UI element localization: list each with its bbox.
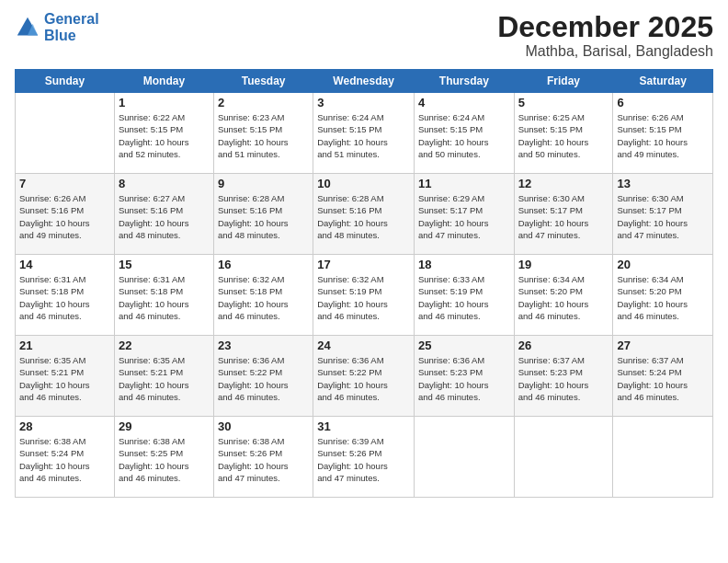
- calendar-cell: 20Sunrise: 6:34 AM Sunset: 5:20 PM Dayli…: [613, 255, 713, 336]
- day-info: Sunrise: 6:36 AM Sunset: 5:23 PM Dayligh…: [418, 354, 510, 403]
- calendar-table: SundayMondayTuesdayWednesdayThursdayFrid…: [15, 69, 713, 498]
- day-number: 20: [617, 258, 709, 271]
- day-info: Sunrise: 6:25 AM Sunset: 5:15 PM Dayligh…: [518, 111, 609, 160]
- calendar-cell: 11Sunrise: 6:29 AM Sunset: 5:17 PM Dayli…: [414, 174, 514, 255]
- weekday-header-tuesday: Tuesday: [213, 70, 313, 93]
- weekday-header-thursday: Thursday: [414, 70, 514, 93]
- calendar-cell: 15Sunrise: 6:31 AM Sunset: 5:18 PM Dayli…: [114, 255, 213, 336]
- day-number: 4: [418, 96, 510, 109]
- calendar-cell: 9Sunrise: 6:28 AM Sunset: 5:16 PM Daylig…: [213, 174, 313, 255]
- day-info: Sunrise: 6:23 AM Sunset: 5:15 PM Dayligh…: [218, 111, 309, 160]
- day-info: Sunrise: 6:34 AM Sunset: 5:20 PM Dayligh…: [617, 273, 709, 322]
- day-info: Sunrise: 6:35 AM Sunset: 5:21 PM Dayligh…: [19, 354, 110, 403]
- calendar-cell: 3Sunrise: 6:24 AM Sunset: 5:15 PM Daylig…: [313, 93, 415, 174]
- day-info: Sunrise: 6:32 AM Sunset: 5:19 PM Dayligh…: [317, 273, 410, 322]
- calendar-week-row: 1Sunrise: 6:22 AM Sunset: 5:15 PM Daylig…: [16, 93, 713, 174]
- day-number: 22: [119, 339, 210, 352]
- day-info: Sunrise: 6:31 AM Sunset: 5:18 PM Dayligh…: [19, 273, 110, 322]
- calendar-cell: 13Sunrise: 6:30 AM Sunset: 5:17 PM Dayli…: [613, 174, 713, 255]
- calendar-cell: 1Sunrise: 6:22 AM Sunset: 5:15 PM Daylig…: [114, 93, 213, 174]
- day-info: Sunrise: 6:37 AM Sunset: 5:24 PM Dayligh…: [617, 354, 709, 403]
- title-block: December 2025 Mathba, Barisal, Banglades…: [497, 11, 713, 60]
- day-info: Sunrise: 6:34 AM Sunset: 5:20 PM Dayligh…: [518, 273, 609, 322]
- calendar-cell: 31Sunrise: 6:39 AM Sunset: 5:26 PM Dayli…: [313, 417, 415, 498]
- calendar-cell: 25Sunrise: 6:36 AM Sunset: 5:23 PM Dayli…: [414, 336, 514, 417]
- day-number: 11: [418, 177, 510, 190]
- day-info: Sunrise: 6:28 AM Sunset: 5:16 PM Dayligh…: [317, 192, 410, 241]
- day-info: Sunrise: 6:26 AM Sunset: 5:16 PM Dayligh…: [19, 192, 110, 241]
- day-number: 21: [19, 339, 110, 352]
- day-number: 6: [617, 96, 709, 109]
- day-number: 30: [218, 419, 309, 433]
- day-number: 25: [418, 339, 510, 352]
- day-number: 19: [518, 258, 609, 271]
- calendar-cell: 4Sunrise: 6:24 AM Sunset: 5:15 PM Daylig…: [414, 93, 514, 174]
- logo-text-line2: Blue: [44, 28, 99, 44]
- day-number: 14: [19, 258, 110, 271]
- calendar-cell: 19Sunrise: 6:34 AM Sunset: 5:20 PM Dayli…: [514, 255, 613, 336]
- calendar-cell: 6Sunrise: 6:26 AM Sunset: 5:15 PM Daylig…: [613, 93, 713, 174]
- calendar-cell: 30Sunrise: 6:38 AM Sunset: 5:26 PM Dayli…: [213, 417, 313, 498]
- day-info: Sunrise: 6:29 AM Sunset: 5:17 PM Dayligh…: [418, 192, 510, 241]
- day-number: 13: [617, 177, 709, 190]
- calendar-week-row: 28Sunrise: 6:38 AM Sunset: 5:24 PM Dayli…: [16, 417, 713, 498]
- page-header: General Blue December 2025 Mathba, Baris…: [15, 11, 713, 60]
- day-info: Sunrise: 6:38 AM Sunset: 5:26 PM Dayligh…: [218, 435, 309, 484]
- calendar-cell: [16, 93, 115, 174]
- day-info: Sunrise: 6:33 AM Sunset: 5:19 PM Dayligh…: [418, 273, 510, 322]
- day-number: 31: [317, 419, 410, 433]
- weekday-header-wednesday: Wednesday: [313, 70, 415, 93]
- day-info: Sunrise: 6:30 AM Sunset: 5:17 PM Dayligh…: [617, 192, 709, 241]
- day-number: 9: [218, 177, 309, 190]
- weekday-header-row: SundayMondayTuesdayWednesdayThursdayFrid…: [16, 70, 713, 93]
- day-info: Sunrise: 6:30 AM Sunset: 5:17 PM Dayligh…: [518, 192, 609, 241]
- day-number: 18: [418, 258, 510, 271]
- day-number: 26: [518, 339, 609, 352]
- calendar-cell: 12Sunrise: 6:30 AM Sunset: 5:17 PM Dayli…: [514, 174, 613, 255]
- calendar-cell: 27Sunrise: 6:37 AM Sunset: 5:24 PM Dayli…: [613, 336, 713, 417]
- day-number: 7: [19, 177, 110, 190]
- calendar-cell: 10Sunrise: 6:28 AM Sunset: 5:16 PM Dayli…: [313, 174, 415, 255]
- calendar-week-row: 21Sunrise: 6:35 AM Sunset: 5:21 PM Dayli…: [16, 336, 713, 417]
- day-info: Sunrise: 6:36 AM Sunset: 5:22 PM Dayligh…: [317, 354, 410, 403]
- day-info: Sunrise: 6:37 AM Sunset: 5:23 PM Dayligh…: [518, 354, 609, 403]
- day-number: 24: [317, 339, 410, 352]
- day-number: 5: [518, 96, 609, 109]
- calendar-cell: 17Sunrise: 6:32 AM Sunset: 5:19 PM Dayli…: [313, 255, 415, 336]
- calendar-cell: 8Sunrise: 6:27 AM Sunset: 5:16 PM Daylig…: [114, 174, 213, 255]
- day-number: 3: [317, 96, 410, 109]
- day-info: Sunrise: 6:35 AM Sunset: 5:21 PM Dayligh…: [119, 354, 210, 403]
- calendar-cell: [514, 417, 613, 498]
- weekday-header-monday: Monday: [114, 70, 213, 93]
- calendar-week-row: 14Sunrise: 6:31 AM Sunset: 5:18 PM Dayli…: [16, 255, 713, 336]
- day-number: 1: [119, 96, 210, 109]
- day-info: Sunrise: 6:28 AM Sunset: 5:16 PM Dayligh…: [218, 192, 309, 241]
- day-info: Sunrise: 6:27 AM Sunset: 5:16 PM Dayligh…: [119, 192, 210, 241]
- location-subtitle: Mathba, Barisal, Bangladesh: [497, 43, 713, 60]
- weekday-header-saturday: Saturday: [613, 70, 713, 93]
- calendar-cell: 2Sunrise: 6:23 AM Sunset: 5:15 PM Daylig…: [213, 93, 313, 174]
- day-number: 8: [119, 177, 210, 190]
- day-number: 16: [218, 258, 309, 271]
- day-info: Sunrise: 6:38 AM Sunset: 5:24 PM Dayligh…: [19, 435, 110, 484]
- day-number: 2: [218, 96, 309, 109]
- calendar-cell: 28Sunrise: 6:38 AM Sunset: 5:24 PM Dayli…: [16, 417, 115, 498]
- day-number: 27: [617, 339, 709, 352]
- calendar-cell: [613, 417, 713, 498]
- calendar-cell: [414, 417, 514, 498]
- logo-icon: [15, 15, 40, 40]
- weekday-header-sunday: Sunday: [16, 70, 115, 93]
- weekday-header-friday: Friday: [514, 70, 613, 93]
- day-info: Sunrise: 6:31 AM Sunset: 5:18 PM Dayligh…: [119, 273, 210, 322]
- day-number: 28: [19, 419, 110, 433]
- day-info: Sunrise: 6:22 AM Sunset: 5:15 PM Dayligh…: [119, 111, 210, 160]
- day-number: 12: [518, 177, 609, 190]
- day-number: 17: [317, 258, 410, 271]
- day-number: 10: [317, 177, 410, 190]
- day-info: Sunrise: 6:38 AM Sunset: 5:25 PM Dayligh…: [119, 435, 210, 484]
- logo-text-line1: General: [44, 11, 99, 28]
- day-number: 29: [119, 419, 210, 433]
- day-info: Sunrise: 6:39 AM Sunset: 5:26 PM Dayligh…: [317, 435, 410, 484]
- calendar-cell: 21Sunrise: 6:35 AM Sunset: 5:21 PM Dayli…: [16, 336, 115, 417]
- calendar-cell: 29Sunrise: 6:38 AM Sunset: 5:25 PM Dayli…: [114, 417, 213, 498]
